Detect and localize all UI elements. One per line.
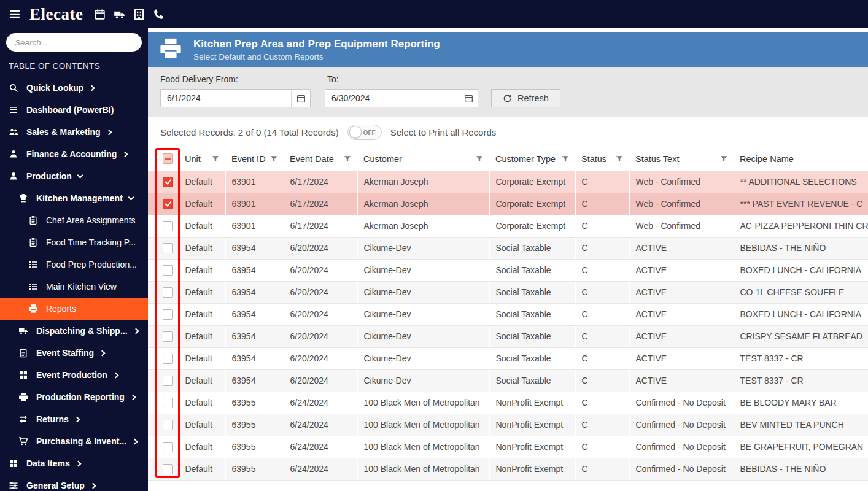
row-checkbox[interactable] <box>163 287 173 298</box>
row-checkbox[interactable] <box>163 221 173 231</box>
table-row[interactable]: Default639546/20/2024Cikume-DevSocial Ta… <box>148 259 868 281</box>
phone-icon[interactable] <box>153 9 165 20</box>
sidebar-item-general-setup[interactable]: General Setup <box>0 474 148 491</box>
row-checkbox[interactable] <box>163 309 173 320</box>
grid-icon <box>18 370 29 380</box>
table-row[interactable]: Default639556/24/2024100 Black Men of Me… <box>148 414 868 436</box>
table-row[interactable]: Default639016/17/2024Akerman JosephCorpo… <box>148 193 868 215</box>
row-checkbox[interactable] <box>163 199 173 209</box>
filter-funnel-icon[interactable] <box>212 155 219 163</box>
cell-customer: Akerman Joseph <box>357 215 489 237</box>
sidebar-item-purchasing-invent[interactable]: Purchasing & Invent... <box>0 430 148 452</box>
column-header-unit[interactable]: Unit <box>179 147 225 171</box>
table-row[interactable]: Default639016/17/2024Akerman JosephCorpo… <box>148 215 868 237</box>
filter-funnel-icon[interactable] <box>476 155 483 163</box>
sidebar-item-dispatching-shipp[interactable]: Dispatching & Shipp... <box>0 320 148 342</box>
sidebar-item-data-items[interactable]: Data Items <box>0 452 148 474</box>
cell-event-id: 63954 <box>225 347 284 369</box>
sidebar-item-label: Food Time Tracking P... <box>46 238 136 247</box>
filter-funnel-icon[interactable] <box>720 155 727 163</box>
filter-funnel-icon[interactable] <box>270 155 277 163</box>
row-checkbox[interactable] <box>163 331 173 342</box>
cell-status: C <box>575 369 629 392</box>
cell-status: C <box>575 458 629 480</box>
chevron-right-icon <box>90 482 96 489</box>
sidebar-item-label: Data Items <box>26 458 70 468</box>
table-row[interactable]: Default639556/24/2024100 Black Men of Me… <box>148 392 868 414</box>
sidebar-item-label: Returns <box>36 414 69 424</box>
sidebar-item-label: General Setup <box>26 481 85 490</box>
sliders-icon <box>9 481 20 490</box>
header-checkbox[interactable] <box>163 153 173 164</box>
row-checkbox[interactable] <box>163 442 173 452</box>
refresh-button[interactable]: Refresh <box>491 89 560 107</box>
filter-funnel-icon[interactable] <box>562 155 569 163</box>
row-checkbox[interactable] <box>163 420 173 430</box>
sidebar-item-kitchen-management[interactable]: Kitchen Management <box>0 187 148 209</box>
table-row[interactable]: Default639546/20/2024Cikume-DevSocial Ta… <box>148 237 868 259</box>
row-checkbox[interactable] <box>163 398 173 408</box>
select-all-toggle[interactable]: OFF <box>347 125 382 140</box>
sidebar-item-main-kitchen-view[interactable]: Main Kitchen View <box>0 276 148 298</box>
table-row[interactable]: Default639556/24/2024100 Black Men of Me… <box>148 436 868 458</box>
hamburger-menu-icon[interactable] <box>9 8 21 20</box>
building-icon[interactable] <box>133 9 145 20</box>
column-header-status[interactable]: Status <box>575 147 629 171</box>
column-header-status-text[interactable]: Status Text <box>629 147 734 171</box>
search-input[interactable] <box>6 33 142 52</box>
from-date-input[interactable]: 6/1/2024 <box>160 89 311 107</box>
cell-event-date: 6/24/2024 <box>284 458 357 480</box>
cell-customer-type: NonProfit Exempt <box>489 392 575 414</box>
column-header-event-id[interactable]: Event ID <box>225 147 284 171</box>
column-label: Customer <box>363 154 402 164</box>
calendar-icon[interactable] <box>292 90 310 107</box>
cell-unit: Default <box>179 259 225 281</box>
sidebar-item-production[interactable]: Production <box>0 165 148 187</box>
table-row[interactable]: Default639546/20/2024Cikume-DevSocial Ta… <box>148 325 868 347</box>
table-row[interactable]: Default639546/20/2024Cikume-DevSocial Ta… <box>148 281 868 303</box>
column-header-event-date[interactable]: Event Date <box>284 147 357 171</box>
table-row[interactable]: Default639556/24/2024100 Black Men of Me… <box>148 458 868 480</box>
row-checkbox[interactable] <box>163 265 173 276</box>
sidebar-item-returns[interactable]: Returns <box>0 408 148 430</box>
sidebar-item-finance-accounting[interactable]: Finance & Accounting <box>0 143 148 165</box>
table-row[interactable]: Default639016/17/2024Akerman JosephCorpo… <box>148 171 868 193</box>
truck-icon[interactable] <box>114 9 125 20</box>
column-header-recipe-name[interactable]: Recipe Name <box>734 147 868 171</box>
calendar-icon[interactable] <box>459 90 478 107</box>
row-checkbox[interactable] <box>163 464 173 474</box>
sidebar-item-food-prep-production[interactable]: Food Prep Production... <box>0 253 148 276</box>
row-checkbox[interactable] <box>163 177 173 187</box>
column-label: Recipe Name <box>740 154 794 164</box>
column-header-customer[interactable]: Customer <box>357 147 489 171</box>
calendar-icon[interactable] <box>94 9 106 20</box>
table-row[interactable]: Default639546/20/2024Cikume-DevSocial Ta… <box>148 347 868 369</box>
row-checkbox[interactable] <box>163 376 173 386</box>
sidebar-item-reports[interactable]: Reports <box>0 298 148 320</box>
chevron-right-icon <box>130 394 136 400</box>
row-checkbox[interactable] <box>163 243 173 253</box>
sidebar-item-food-time-tracking-p[interactable]: Food Time Tracking P... <box>0 231 148 253</box>
filter-funnel-icon[interactable] <box>344 155 351 163</box>
table-row[interactable]: Default639546/20/2024Cikume-DevSocial Ta… <box>148 369 868 392</box>
to-date-input[interactable]: 6/30/2024 <box>325 89 478 107</box>
column-header-customer-type[interactable]: Customer Type <box>489 147 575 171</box>
table-row[interactable]: Default639546/20/2024Cikume-DevSocial Ta… <box>148 303 868 325</box>
filter-funnel-icon[interactable] <box>616 155 623 163</box>
sidebar-item-sales-marketing[interactable]: Sales & Marketing <box>0 121 148 143</box>
cell-customer: Cikume-Dev <box>357 347 489 369</box>
cell-event-id: 63901 <box>225 171 284 193</box>
cell-unit: Default <box>179 369 225 392</box>
sidebar-item-dashboard-powerbi[interactable]: Dashboard (PowerBI) <box>0 99 148 121</box>
cell-event-id: 63901 <box>225 215 284 237</box>
sidebar-item-chef-area-assignments[interactable]: Chef Area Assignments <box>0 209 148 231</box>
sidebar-item-event-staffing[interactable]: Event Staffing <box>0 342 148 364</box>
app-logo[interactable]: Elecate <box>29 6 83 23</box>
sidebar-item-production-reporting[interactable]: Production Reporting <box>0 386 148 408</box>
sidebar-item-event-production[interactable]: Event Production <box>0 364 148 386</box>
row-checkbox[interactable] <box>163 354 173 364</box>
select-all-column-header[interactable] <box>148 147 179 171</box>
chevron-down-icon <box>77 172 83 179</box>
sidebar-item-quick-lookup[interactable]: Quick Lookup <box>0 77 148 99</box>
chevron-right-icon <box>122 151 128 157</box>
